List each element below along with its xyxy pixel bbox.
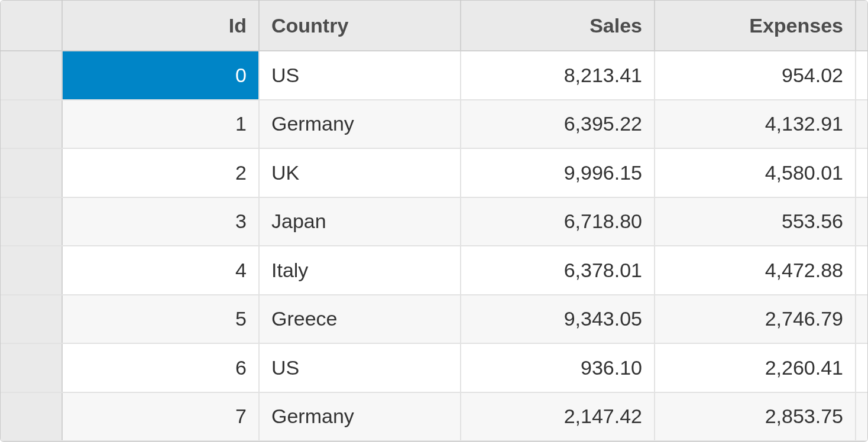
- row-header-cell[interactable]: [1, 198, 63, 246]
- cell-expenses[interactable]: 2,853.75: [655, 393, 856, 441]
- cell-expenses[interactable]: 553.56: [655, 198, 856, 246]
- cell-country[interactable]: Japan: [260, 198, 461, 246]
- column-header-sales-label: Sales: [590, 14, 642, 37]
- cell-country[interactable]: Germany: [260, 100, 461, 148]
- table-row[interactable]: 5Greece9,343.052,746.79: [1, 295, 867, 344]
- column-header-id[interactable]: Id: [63, 1, 260, 50]
- cell-expenses[interactable]: 4,472.88: [655, 246, 856, 294]
- table-row[interactable]: 1Germany6,395.224,132.91: [1, 100, 867, 150]
- table-row[interactable]: 0US8,213.41954.02: [1, 51, 867, 100]
- column-header-expenses[interactable]: Expenses: [655, 1, 856, 50]
- column-header-id-label: Id: [229, 14, 247, 37]
- cell-id[interactable]: 2: [63, 149, 260, 197]
- cell-country[interactable]: US: [260, 344, 461, 392]
- grid-body: 0US8,213.41954.021Germany6,395.224,132.9…: [1, 51, 867, 441]
- row-header-cell[interactable]: [1, 246, 63, 294]
- cell-sales[interactable]: 6,395.22: [461, 100, 655, 148]
- cell-sales[interactable]: 6,378.01: [461, 246, 655, 294]
- cell-id[interactable]: 6: [63, 344, 260, 392]
- row-header-cell[interactable]: [1, 344, 63, 392]
- row-header-corner[interactable]: [1, 1, 63, 50]
- column-header-sales[interactable]: Sales: [461, 1, 655, 50]
- cell-id[interactable]: 1: [63, 100, 260, 148]
- table-row[interactable]: 2UK9,996.154,580.01: [1, 149, 867, 198]
- cell-id[interactable]: 3: [63, 198, 260, 246]
- column-header-tail: [856, 1, 868, 50]
- column-header-expenses-label: Expenses: [749, 14, 843, 37]
- cell-sales[interactable]: 2,147.42: [461, 393, 655, 441]
- cell-tail: [856, 149, 867, 197]
- cell-expenses[interactable]: 2,746.79: [655, 295, 856, 343]
- cell-sales[interactable]: 9,343.05: [461, 295, 655, 343]
- cell-expenses[interactable]: 4,132.91: [655, 100, 856, 148]
- table-row[interactable]: 4Italy6,378.014,472.88: [1, 246, 867, 295]
- column-header-row: Id Country Sales Expenses: [1, 1, 867, 51]
- cell-expenses[interactable]: 4,580.01: [655, 149, 856, 197]
- cell-country[interactable]: Germany: [260, 393, 461, 441]
- cell-sales[interactable]: 936.10: [461, 344, 655, 392]
- cell-expenses[interactable]: 2,260.41: [655, 344, 856, 392]
- cell-id[interactable]: 4: [63, 246, 260, 294]
- row-header-cell[interactable]: [1, 149, 63, 197]
- cell-country[interactable]: Greece: [260, 295, 461, 343]
- cell-id[interactable]: 7: [63, 393, 260, 441]
- cell-tail: [856, 51, 867, 99]
- cell-tail: [856, 344, 867, 392]
- cell-expenses[interactable]: 954.02: [655, 51, 856, 99]
- data-grid[interactable]: Id Country Sales Expenses 0US8,213.41954…: [0, 0, 868, 442]
- column-header-country-label: Country: [271, 14, 348, 37]
- cell-country[interactable]: UK: [260, 149, 461, 197]
- row-header-cell[interactable]: [1, 100, 63, 148]
- cell-tail: [856, 295, 867, 343]
- cell-country[interactable]: Italy: [260, 246, 461, 294]
- cell-id[interactable]: 0: [63, 51, 260, 99]
- cell-sales[interactable]: 8,213.41: [461, 51, 655, 99]
- row-header-cell[interactable]: [1, 51, 63, 99]
- column-header-country[interactable]: Country: [260, 1, 461, 50]
- cell-tail: [856, 246, 867, 294]
- cell-country[interactable]: US: [260, 51, 461, 99]
- cell-tail: [856, 100, 867, 148]
- table-row[interactable]: 6US936.102,260.41: [1, 344, 867, 393]
- table-row[interactable]: 7Germany2,147.422,853.75: [1, 393, 867, 442]
- cell-sales[interactable]: 9,996.15: [461, 149, 655, 197]
- cell-sales[interactable]: 6,718.80: [461, 198, 655, 246]
- cell-id[interactable]: 5: [63, 295, 260, 343]
- cell-tail: [856, 393, 867, 441]
- cell-tail: [856, 198, 867, 246]
- row-header-cell[interactable]: [1, 393, 63, 441]
- table-row[interactable]: 3Japan6,718.80553.56: [1, 198, 867, 247]
- row-header-cell[interactable]: [1, 295, 63, 343]
